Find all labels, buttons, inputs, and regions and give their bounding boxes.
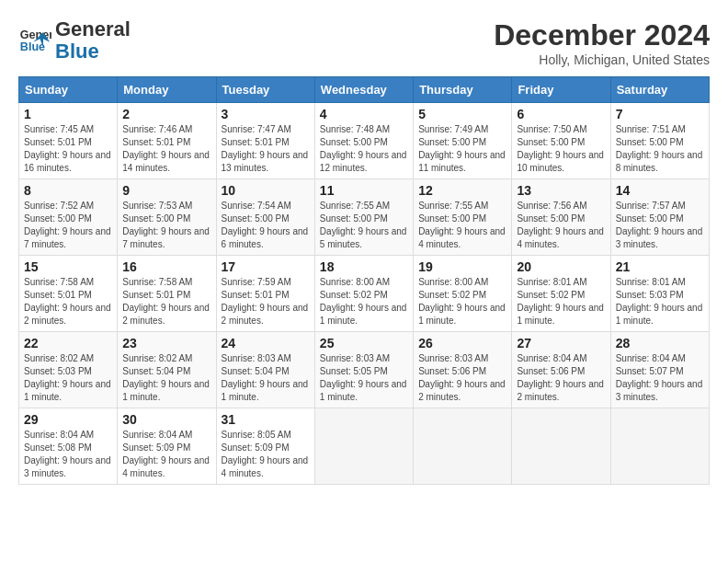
- day-number: 15: [24, 259, 112, 274]
- day-number: 9: [122, 183, 210, 198]
- day-info: Sunrise: 8:01 AMSunset: 5:02 PMDaylight:…: [517, 276, 605, 327]
- day-number: 29: [24, 412, 112, 427]
- day-info: Sunrise: 7:56 AMSunset: 5:00 PMDaylight:…: [517, 200, 605, 251]
- day-number: 11: [320, 183, 408, 198]
- table-row: 22Sunrise: 8:02 AMSunset: 5:03 PMDayligh…: [19, 332, 118, 408]
- table-row: 4Sunrise: 7:48 AMSunset: 5:00 PMDaylight…: [314, 103, 413, 179]
- header-row: Sunday Monday Tuesday Wednesday Thursday…: [19, 77, 710, 103]
- day-number: 24: [222, 336, 310, 350]
- day-info: Sunrise: 7:45 AMSunset: 5:01 PMDaylight:…: [24, 123, 112, 175]
- day-number: 16: [122, 259, 210, 274]
- day-info: Sunrise: 7:55 AMSunset: 5:00 PMDaylight:…: [418, 200, 506, 251]
- calendar-row: 22Sunrise: 8:02 AMSunset: 5:03 PMDayligh…: [19, 332, 710, 408]
- day-info: Sunrise: 7:54 AMSunset: 5:00 PMDaylight:…: [222, 200, 310, 251]
- col-wednesday: Wednesday: [314, 77, 413, 103]
- table-row: 16Sunrise: 7:58 AMSunset: 5:01 PMDayligh…: [118, 256, 216, 332]
- day-number: 26: [418, 336, 506, 350]
- day-number: 3: [222, 107, 310, 121]
- day-info: Sunrise: 7:59 AMSunset: 5:01 PMDaylight:…: [222, 276, 310, 327]
- table-row: 26Sunrise: 8:03 AMSunset: 5:06 PMDayligh…: [414, 332, 512, 408]
- day-number: 1: [24, 107, 112, 121]
- day-number: 27: [517, 336, 605, 350]
- table-row: 15Sunrise: 7:58 AMSunset: 5:01 PMDayligh…: [19, 256, 118, 332]
- day-number: 5: [418, 107, 506, 121]
- table-row: 24Sunrise: 8:03 AMSunset: 5:04 PMDayligh…: [216, 332, 314, 408]
- day-info: Sunrise: 8:04 AMSunset: 5:06 PMDaylight:…: [517, 352, 605, 404]
- day-info: Sunrise: 7:58 AMSunset: 5:01 PMDaylight:…: [24, 276, 112, 327]
- day-number: 31: [222, 412, 310, 427]
- day-number: 17: [222, 259, 310, 274]
- calendar-table: Sunday Monday Tuesday Wednesday Thursday…: [18, 76, 710, 485]
- col-sunday: Sunday: [19, 77, 118, 103]
- table-row: 25Sunrise: 8:03 AMSunset: 5:05 PMDayligh…: [314, 332, 413, 408]
- day-number: 20: [517, 259, 605, 274]
- table-row: 12Sunrise: 7:55 AMSunset: 5:00 PMDayligh…: [414, 179, 512, 256]
- day-number: 8: [24, 183, 112, 198]
- day-number: 30: [122, 412, 210, 427]
- day-info: Sunrise: 7:58 AMSunset: 5:01 PMDaylight:…: [122, 276, 210, 327]
- day-info: Sunrise: 7:49 AMSunset: 5:00 PMDaylight:…: [418, 123, 506, 175]
- day-info: Sunrise: 7:52 AMSunset: 5:00 PMDaylight:…: [24, 200, 112, 251]
- logo-icon: General Blue: [18, 24, 51, 57]
- col-thursday: Thursday: [414, 77, 512, 103]
- day-number: 10: [222, 183, 310, 198]
- day-number: 22: [24, 336, 112, 350]
- table-row: [314, 408, 413, 485]
- table-row: 23Sunrise: 8:02 AMSunset: 5:04 PMDayligh…: [118, 332, 216, 408]
- calendar-row: 29Sunrise: 8:04 AMSunset: 5:08 PMDayligh…: [19, 408, 710, 485]
- day-info: Sunrise: 8:04 AMSunset: 5:08 PMDaylight:…: [24, 429, 112, 480]
- col-tuesday: Tuesday: [216, 77, 314, 103]
- table-row: 8Sunrise: 7:52 AMSunset: 5:00 PMDaylight…: [19, 179, 118, 256]
- table-row: 11Sunrise: 7:55 AMSunset: 5:00 PMDayligh…: [314, 179, 413, 256]
- location: Holly, Michigan, United States: [494, 52, 710, 67]
- logo-text: General Blue: [55, 18, 131, 63]
- day-info: Sunrise: 8:01 AMSunset: 5:03 PMDaylight:…: [616, 276, 704, 327]
- table-row: 27Sunrise: 8:04 AMSunset: 5:06 PMDayligh…: [512, 332, 610, 408]
- calendar-row: 15Sunrise: 7:58 AMSunset: 5:01 PMDayligh…: [19, 256, 710, 332]
- page-header: General Blue General Blue December 2024 …: [18, 18, 710, 67]
- day-info: Sunrise: 8:03 AMSunset: 5:04 PMDaylight:…: [222, 352, 310, 404]
- table-row: 6Sunrise: 7:50 AMSunset: 5:00 PMDaylight…: [512, 103, 610, 179]
- table-row: 18Sunrise: 8:00 AMSunset: 5:02 PMDayligh…: [314, 256, 413, 332]
- col-monday: Monday: [118, 77, 216, 103]
- day-info: Sunrise: 8:05 AMSunset: 5:09 PMDaylight:…: [222, 429, 310, 480]
- calendar-row: 8Sunrise: 7:52 AMSunset: 5:00 PMDaylight…: [19, 179, 710, 256]
- table-row: 29Sunrise: 8:04 AMSunset: 5:08 PMDayligh…: [19, 408, 118, 485]
- table-row: 21Sunrise: 8:01 AMSunset: 5:03 PMDayligh…: [610, 256, 709, 332]
- day-info: Sunrise: 8:02 AMSunset: 5:04 PMDaylight:…: [122, 352, 210, 404]
- day-info: Sunrise: 8:00 AMSunset: 5:02 PMDaylight:…: [418, 276, 506, 327]
- col-saturday: Saturday: [610, 77, 709, 103]
- day-info: Sunrise: 8:00 AMSunset: 5:02 PMDaylight:…: [320, 276, 408, 327]
- day-info: Sunrise: 7:46 AMSunset: 5:01 PMDaylight:…: [122, 123, 210, 175]
- day-info: Sunrise: 7:48 AMSunset: 5:00 PMDaylight:…: [320, 123, 408, 175]
- day-number: 4: [320, 107, 408, 121]
- month-title: December 2024: [494, 18, 710, 52]
- col-friday: Friday: [512, 77, 610, 103]
- calendar-row: 1Sunrise: 7:45 AMSunset: 5:01 PMDaylight…: [19, 103, 710, 179]
- day-number: 7: [616, 107, 704, 121]
- table-row: 9Sunrise: 7:53 AMSunset: 5:00 PMDaylight…: [118, 179, 216, 256]
- table-row: 19Sunrise: 8:00 AMSunset: 5:02 PMDayligh…: [414, 256, 512, 332]
- day-info: Sunrise: 7:53 AMSunset: 5:00 PMDaylight:…: [122, 200, 210, 251]
- day-number: 18: [320, 259, 408, 274]
- table-row: 5Sunrise: 7:49 AMSunset: 5:00 PMDaylight…: [414, 103, 512, 179]
- day-info: Sunrise: 7:55 AMSunset: 5:00 PMDaylight:…: [320, 200, 408, 251]
- day-number: 21: [616, 259, 704, 274]
- title-area: December 2024 Holly, Michigan, United St…: [494, 18, 710, 67]
- day-number: 12: [418, 183, 506, 198]
- table-row: 30Sunrise: 8:04 AMSunset: 5:09 PMDayligh…: [118, 408, 216, 485]
- day-number: 14: [616, 183, 704, 198]
- day-info: Sunrise: 7:57 AMSunset: 5:00 PMDaylight:…: [616, 200, 704, 251]
- table-row: 31Sunrise: 8:05 AMSunset: 5:09 PMDayligh…: [216, 408, 314, 485]
- logo: General Blue General Blue: [18, 18, 131, 63]
- table-row: 7Sunrise: 7:51 AMSunset: 5:00 PMDaylight…: [610, 103, 709, 179]
- table-row: [414, 408, 512, 485]
- day-info: Sunrise: 7:50 AMSunset: 5:00 PMDaylight:…: [517, 123, 605, 175]
- table-row: 20Sunrise: 8:01 AMSunset: 5:02 PMDayligh…: [512, 256, 610, 332]
- table-row: 2Sunrise: 7:46 AMSunset: 5:01 PMDaylight…: [118, 103, 216, 179]
- table-row: 14Sunrise: 7:57 AMSunset: 5:00 PMDayligh…: [610, 179, 709, 256]
- table-row: 13Sunrise: 7:56 AMSunset: 5:00 PMDayligh…: [512, 179, 610, 256]
- table-row: [512, 408, 610, 485]
- day-number: 2: [122, 107, 210, 121]
- day-info: Sunrise: 8:02 AMSunset: 5:03 PMDaylight:…: [24, 352, 112, 404]
